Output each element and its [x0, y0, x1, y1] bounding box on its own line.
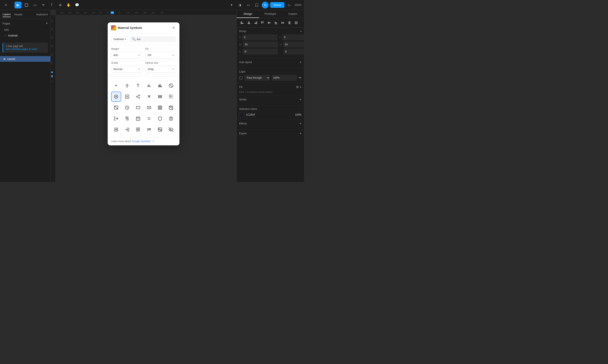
export-add[interactable]: + [299, 132, 301, 135]
layer-cancel[interactable]: ⊞ cancel [0, 56, 51, 62]
tab-design[interactable]: Design [237, 10, 259, 18]
menu-icon[interactable]: ≡ [2, 2, 9, 8]
distribute-v[interactable] [286, 20, 292, 26]
icon-exit[interactable] [111, 114, 121, 124]
add-page-button[interactable]: + [46, 22, 48, 25]
platform-selector[interactable]: Android ▾ [36, 13, 48, 16]
icon-bar-chart[interactable] [144, 80, 154, 91]
stroke-add[interactable]: + [299, 98, 301, 102]
icon-login[interactable] [122, 124, 132, 135]
layers-tab[interactable]: Layers [2, 12, 11, 17]
effects-add[interactable]: + [299, 122, 301, 126]
pen-tool[interactable]: ✒ [40, 2, 47, 8]
tab-prototype[interactable]: Prototype [259, 10, 281, 18]
y-input[interactable] [283, 34, 304, 40]
assets-tab[interactable]: Assets [14, 12, 22, 17]
align-bottom[interactable] [273, 20, 279, 26]
footer-link[interactable]: Google Symbols [132, 140, 150, 143]
icon-add[interactable]: + [111, 80, 121, 91]
distribute-h[interactable] [280, 20, 286, 26]
icon-exit-to-app[interactable] [111, 124, 121, 135]
align-top[interactable] [259, 20, 265, 26]
icon-rect[interactable] [133, 103, 143, 113]
icon-event[interactable] [133, 114, 143, 124]
h-input[interactable] [283, 41, 304, 47]
icon-calendar-off[interactable] [166, 103, 176, 113]
headset-icon[interactable]: 🎧 [253, 2, 260, 8]
icon-cancel-box[interactable] [122, 91, 132, 102]
icon-location-variant[interactable] [144, 135, 154, 137]
opacity-input[interactable] [271, 75, 297, 81]
icon-location-off[interactable] [122, 114, 132, 124]
upgrade-link[interactable]: Get unlimited pages & more [6, 48, 37, 51]
auto-layout-add[interactable]: + [299, 60, 301, 64]
plugin-icon[interactable]: ✦ [228, 2, 235, 8]
profile-icon[interactable]: M [262, 2, 269, 8]
zoom-level[interactable]: 100% [295, 3, 301, 7]
material-symbols-modal[interactable]: Material Symbols ✕ Outlined ▾ 🔍 Weight 4… [108, 22, 179, 145]
align-middle-v[interactable] [266, 20, 272, 26]
toolbar-right: ✦ ◑ ▭ 🎧 M Share ▷ 100% [228, 2, 301, 8]
fill-adjust-icon[interactable]: ⊞ [296, 85, 299, 89]
play-icon[interactable]: ▷ [286, 2, 293, 8]
icon-security[interactable] [155, 114, 165, 124]
icon-grid-off[interactable] [166, 91, 176, 102]
icon-align[interactable] [122, 80, 132, 91]
icon-block[interactable] [166, 80, 176, 91]
icon-collapse[interactable] [133, 135, 143, 137]
fill-label: Fill [145, 47, 176, 50]
view-options[interactable]: ▭ [245, 2, 252, 8]
frame-tool[interactable] [23, 2, 30, 8]
icon-grid-disabled[interactable] [133, 124, 143, 135]
visibility-toggle[interactable]: 👁 [298, 76, 301, 79]
hand-tool[interactable]: ✋ [65, 2, 72, 8]
align-center-h[interactable] [246, 20, 252, 26]
icon-share-nodes[interactable] [133, 91, 143, 102]
align-left[interactable] [239, 20, 245, 26]
icon-close[interactable]: ✕ [144, 91, 154, 102]
icon-chart-2[interactable] [155, 80, 165, 91]
icon-disabled-box[interactable] [111, 103, 121, 113]
icon-image-off[interactable] [155, 124, 165, 135]
rotation-input[interactable] [243, 49, 278, 55]
x-input[interactable] [242, 34, 277, 40]
tidy-up[interactable] [293, 20, 299, 26]
icon-rect-grid[interactable] [155, 103, 165, 113]
modal-close-button[interactable]: ✕ [171, 25, 176, 30]
icon-eye-off[interactable] [166, 124, 176, 135]
icon-text[interactable]: T [133, 80, 143, 91]
tab-inspect[interactable]: Inspect [282, 10, 304, 18]
icon-table-rows[interactable] [155, 91, 165, 102]
fill-group: Fill Off ▾ [145, 47, 176, 59]
shape-tool[interactable]: ▭ [31, 2, 38, 8]
icon-center-focus[interactable] [122, 135, 132, 137]
page-android[interactable]: ✓ Android [2, 33, 48, 38]
grade-select[interactable]: Normal ▾ [111, 65, 142, 73]
weight-select[interactable]: 400 ▾ [111, 52, 142, 59]
comment-tool[interactable]: 💬 [74, 2, 81, 8]
fill-select[interactable]: Off ▾ [145, 52, 176, 59]
move-tool[interactable]: ▶ [14, 2, 21, 8]
component-tool[interactable]: ⊕ [57, 2, 64, 8]
align-right[interactable] [253, 20, 259, 26]
text-tool[interactable]: T [48, 2, 55, 8]
icon-rect-minus[interactable] [144, 103, 154, 113]
share-button[interactable]: Share [270, 2, 284, 8]
color-swatch[interactable] [239, 112, 244, 117]
svg-point-55 [149, 129, 151, 130]
corner-input[interactable] [284, 49, 304, 55]
blend-mode-select[interactable]: Pass through [244, 75, 270, 81]
w-input[interactable] [243, 41, 278, 47]
search-input[interactable] [137, 38, 174, 41]
icon-circle-disabled[interactable] [122, 103, 132, 113]
theme-icon[interactable]: ◑ [236, 2, 243, 8]
icon-x-circle[interactable] [111, 135, 121, 137]
style-select[interactable]: Outlined ▾ [111, 36, 128, 42]
page-ios[interactable]: iOS [2, 27, 48, 33]
fill-add[interactable]: + [299, 85, 301, 89]
icon-cancel-selected[interactable] [111, 91, 121, 102]
optical-size-select[interactable]: 24dp ▾ [145, 65, 176, 73]
icon-fullscreen-exit[interactable] [144, 114, 154, 124]
icon-adjust[interactable] [144, 124, 154, 135]
icon-arrow-exit[interactable] [166, 114, 176, 124]
